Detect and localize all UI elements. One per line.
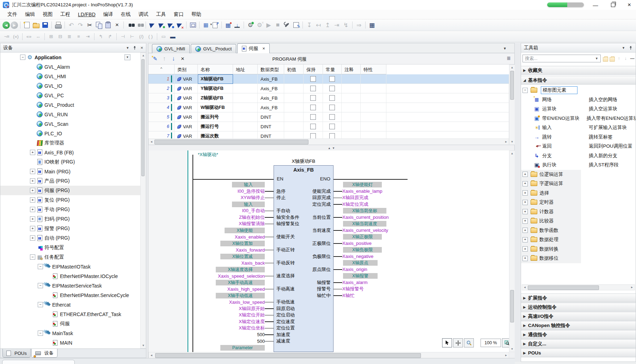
close-button[interactable]: × <box>621 0 636 10</box>
config-tools-button[interactable] <box>283 21 291 29</box>
collapse-all-icon[interactable]: ^ <box>148 64 175 74</box>
toolbox-item[interactable]: 分支 插入新的分支 <box>521 151 636 161</box>
toolbox-item[interactable]: 跳转 跳转至标签 <box>521 132 636 142</box>
column-header[interactable]: 保持 <box>304 64 323 74</box>
column-header[interactable]: 名称 <box>198 64 233 74</box>
menu-item[interactable]: 在线 <box>117 10 135 19</box>
toolbox-group-ladder-elements[interactable]: 梯形图元素 <box>521 86 636 95</box>
fbd-editor[interactable]: *X轴驱动* X轴驱动FB Axis_FB EN ENO 输入 输入 I00_急… <box>148 150 509 352</box>
tree-item[interactable]: 符号配置 ▼ <box>0 243 140 252</box>
retain-checkbox[interactable] <box>310 124 316 129</box>
fbd-operand-line[interactable]: X轴报警号 X轴报警号 <box>334 286 506 292</box>
insert-elements-button[interactable] <box>202 21 210 29</box>
undo-button[interactable]: ↶ <box>67 21 75 29</box>
fbd-operand-line[interactable]: X轴速度选择 X轴速度选择 <box>148 266 274 273</box>
fbd-operand-line[interactable]: Parameter Parameter <box>148 345 274 351</box>
logout-button[interactable] <box>255 21 264 29</box>
zoom-tool-button[interactable] <box>464 338 474 347</box>
ld-branch-down-button[interactable]: ↱ <box>106 32 114 41</box>
expand-toggle-icon[interactable] <box>522 256 528 261</box>
fbd-operand-line[interactable]: X轴负极限 X轴负极限 <box>334 247 506 253</box>
tree-item[interactable]: 手动 (PRG) ▼ <box>0 205 140 214</box>
toolbox-h-scrollbar[interactable]: ◄ ► <box>522 284 635 290</box>
tree-item[interactable]: 任务配置 ▼ <box>0 252 140 262</box>
toolbox-item[interactable]: 带EN/ENO运算块 插入带有EN/ENO运算块 <box>521 114 636 123</box>
panel-close-icon[interactable]: × <box>140 45 143 50</box>
tree-item[interactable]: EIPMasterServiceTask ▼ <box>0 281 140 290</box>
constant-checkbox[interactable] <box>329 86 335 91</box>
application-dropdown-icon[interactable]: ▼ <box>124 54 130 60</box>
menu-item[interactable]: 工程 <box>56 10 74 19</box>
ld-align-right-button[interactable]: ⇥ <box>84 32 92 41</box>
tree-item[interactable]: 产品 (PRG) ▼ <box>0 176 140 186</box>
ld-branch-up-button[interactable]: ↰ <box>97 32 105 41</box>
tree-item[interactable]: GVL_HMI ▼ <box>0 72 140 81</box>
fbd-operand-line[interactable]: Xaxis_alarm Xaxis_alarm <box>334 279 506 286</box>
ld-goto-prev-button[interactable]: «» <box>25 32 33 41</box>
tree-item[interactable]: Application ▼ <box>0 53 140 62</box>
paste-button[interactable] <box>104 21 112 29</box>
delete-variable-button[interactable]: × <box>178 55 187 63</box>
redo-button[interactable]: ↷ <box>76 21 85 29</box>
expand-toggle-icon[interactable] <box>30 188 35 193</box>
fbd-operand-line[interactable]: I00_手自动 I00_手自动 <box>148 208 274 214</box>
constant-checkbox[interactable] <box>329 114 335 120</box>
ld-contact-left-button[interactable]: ⊣ <box>119 32 127 41</box>
tree-item[interactable]: EIPMasterIOTask ▼ <box>0 262 140 271</box>
fbd-operand-line[interactable]: I00_急停按钮 I00_急停按钮 <box>148 188 274 195</box>
separator[interactable] <box>199 21 200 29</box>
tree-item[interactable]: Ethercat ▼ <box>0 300 140 309</box>
fbd-operand-line[interactable]: X轴定位开始 X轴定位开始 <box>148 312 274 319</box>
nav-back-button[interactable]: ◀ <box>2 21 10 29</box>
menu-item[interactable]: 编辑 <box>21 10 39 19</box>
ld-insert-comment-button[interactable]: («) <box>12 32 20 41</box>
constant-checkbox[interactable] <box>329 76 335 82</box>
separator[interactable] <box>146 21 146 29</box>
tab-list-dropdown-icon[interactable]: ▼ <box>503 47 507 50</box>
minimize-button[interactable]: — <box>587 0 604 10</box>
search-dropdown-icon[interactable]: ▼ <box>595 57 598 60</box>
constant-checkbox[interactable] <box>329 105 335 110</box>
fbd-operand-line[interactable]: X轴定位速度 X轴定位速度 <box>148 319 274 325</box>
ld-goto-next-button[interactable]: ↔ <box>34 32 42 41</box>
expand-toggle-icon[interactable] <box>522 209 528 214</box>
tree-item[interactable]: GVL_IO ▼ <box>0 81 140 91</box>
ld-insert-network-button[interactable]: ¬≡ <box>2 32 11 41</box>
tree-item[interactable]: GVL_Alarm ▼ <box>0 62 140 72</box>
tree-item[interactable]: 自动 (PRG) ▼ <box>0 233 140 243</box>
ld-indent-1-button[interactable]: ⊞ <box>47 32 55 41</box>
new-file-button[interactable] <box>23 21 31 29</box>
fbd-operand-line[interactable]: Xaxis_high_speed Xaxis_high_speed <box>148 286 274 292</box>
toolbox-move-up-button[interactable]: ↑ <box>616 54 622 63</box>
column-header[interactable]: 注释 <box>342 64 361 74</box>
expand-toggle-icon[interactable] <box>30 226 35 231</box>
variable-row[interactable]: 3 VAR Z轴驱动FB Axis_FB <box>148 93 509 103</box>
fbd-operand-line[interactable]: X轴手动低速 X轴手动低速 <box>148 292 274 299</box>
compile-button[interactable] <box>148 21 157 29</box>
tree-item[interactable]: ETHERCAT.EtherCAT_Task ▼ <box>0 309 140 319</box>
delete-button[interactable]: × <box>113 21 121 29</box>
expand-toggle-icon[interactable] <box>522 181 528 186</box>
fbd-operand-line[interactable]: 输入 输入 <box>148 181 274 188</box>
ld-contact-right-button[interactable]: ⊢ <box>128 32 136 41</box>
column-header[interactable]: 地址 <box>233 64 258 74</box>
separator[interactable] <box>65 21 65 29</box>
separator[interactable] <box>221 21 222 29</box>
fbd-operand-line[interactable]: X轴回原开始 X轴回原开始 <box>148 306 274 312</box>
ld-box-button[interactable]: ▭ <box>159 32 168 41</box>
ld-indent-2-button[interactable]: ⊟ <box>56 32 65 41</box>
variable-row[interactable]: 1 VAR X轴驱动FB Axis_FB <box>148 74 509 84</box>
download-button[interactable] <box>233 21 241 29</box>
expand-toggle-icon[interactable] <box>522 246 528 252</box>
tree-item[interactable]: EtherNetIPMaster.IOCycle ▼ <box>0 271 140 281</box>
restore-button[interactable] <box>605 0 621 10</box>
login-button[interactable] <box>246 21 255 29</box>
toolbox-item[interactable]: 返回 返回到POU调用位置 <box>521 142 636 151</box>
expand-toggle-icon[interactable] <box>38 331 43 336</box>
select-tool-button[interactable] <box>442 338 452 347</box>
tree-item[interactable]: 报警 (PRG) ▼ <box>0 224 140 233</box>
toolbox-folder[interactable]: 数据转换 <box>521 245 636 254</box>
toolbox-section[interactable]: ▶高速I/O指令 <box>521 312 636 321</box>
step-into-button[interactable]: ↤ <box>314 21 323 29</box>
insert-variable-button[interactable]: ✎ <box>151 55 159 63</box>
